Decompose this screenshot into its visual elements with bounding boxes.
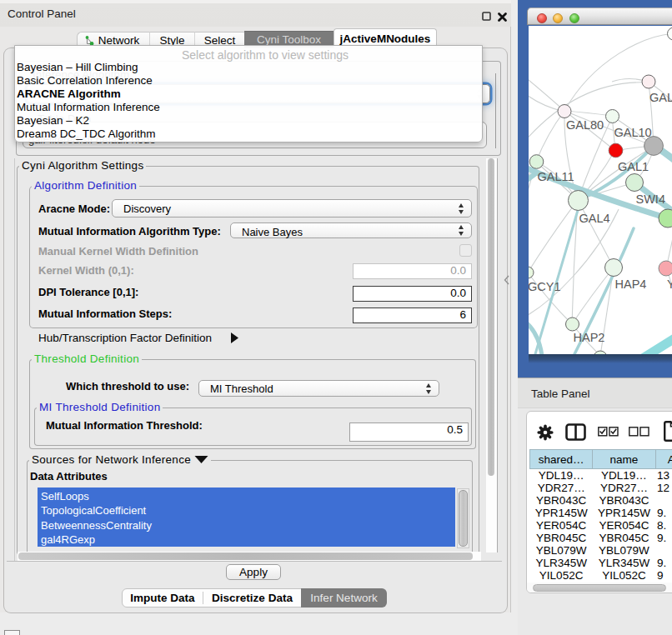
- svg-text:GAL11: GAL11: [538, 170, 574, 183]
- svg-text:GAL4: GAL4: [579, 212, 610, 225]
- svg-text:SWI4: SWI4: [636, 192, 665, 206]
- svg-text:GAL80: GAL80: [566, 118, 604, 132]
- svg-text:GAL10: GAL10: [614, 126, 652, 139]
- svg-text:HAP2: HAP2: [574, 331, 605, 344]
- svg-text:HAP4: HAP4: [615, 278, 647, 291]
- svg-text:GAL1: GAL1: [618, 160, 649, 173]
- svg-text:GCY1: GCY1: [529, 280, 561, 293]
- svg-text:Y: Y: [667, 278, 672, 291]
- svg-text:GAL2: GAL2: [649, 91, 672, 104]
